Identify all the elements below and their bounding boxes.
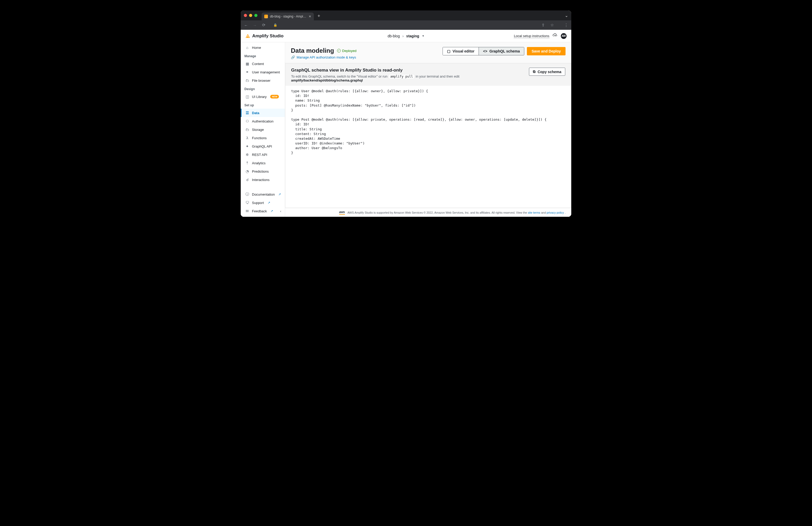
sidebar-item-label: Content bbox=[252, 62, 264, 66]
home-icon: ⌂ bbox=[245, 45, 249, 49]
privacy-policy-link[interactable]: privacy policy bbox=[547, 211, 564, 214]
share-icon[interactable]: ⇪ bbox=[541, 23, 545, 27]
users-icon: ⚭ bbox=[245, 70, 249, 74]
sidebar-item-label: UI Library bbox=[252, 95, 266, 99]
sidebar-item-label: Analytics bbox=[252, 161, 265, 165]
predictions-icon: ◔ bbox=[245, 169, 249, 173]
sidebar-item-content[interactable]: ▦Content bbox=[241, 59, 285, 68]
sidebar-item-data[interactable]: ☰Data bbox=[241, 109, 285, 117]
auth-icon: ⚇ bbox=[245, 119, 249, 123]
sidebar-item-documentation[interactable]: ⓘDocumentation↗ bbox=[241, 190, 285, 199]
component-icon: ◫ bbox=[245, 95, 249, 99]
sidebar-section-setup: Set up bbox=[241, 101, 285, 109]
sidebar-item-user-management[interactable]: ⚭User management bbox=[241, 68, 285, 76]
sidebar-item-predictions[interactable]: ◔Predictions bbox=[241, 167, 285, 175]
sidebar-item-graphql-api[interactable]: ✦GraphQL API bbox=[241, 142, 285, 151]
manage-api-auth-link[interactable]: 🔗 Manage API authorization mode & keys bbox=[291, 55, 357, 59]
sidebar-item-label: REST API bbox=[252, 153, 267, 157]
breadcrumb-app: db-blog bbox=[388, 34, 400, 38]
page-header: Data modeling ✓ Deployed 🔗 Manage API au… bbox=[285, 42, 571, 63]
schema-panel: GraphQL schema view in Amplify Studio is… bbox=[285, 63, 571, 208]
lock-icon[interactable]: 🔒 bbox=[273, 23, 277, 27]
forward-icon[interactable]: → bbox=[253, 23, 257, 27]
sidebar-item-support[interactable]: 🗨Support↗ bbox=[241, 199, 285, 207]
browser-toolbar: ← → ⟳ 🔒 ⇪ ☆ ⋮ bbox=[241, 20, 571, 30]
breadcrumb[interactable]: db-blog › staging ▼ bbox=[388, 34, 424, 38]
footer-copy: . bbox=[565, 211, 566, 214]
copy-icon: ⧉ bbox=[533, 70, 536, 74]
desc-text: To edit this GraphQL schema, switch to t… bbox=[291, 74, 389, 79]
data-icon: ☰ bbox=[245, 111, 249, 115]
graphql-icon: ✦ bbox=[245, 144, 249, 148]
rest-api-icon: ✲ bbox=[245, 153, 249, 157]
browser-tab-bar: db-blog - staging - Amplify St… ✕ + ⌄ bbox=[241, 11, 571, 20]
app-header: Amplify Studio db-blog › staging ▼ Local… bbox=[241, 30, 571, 42]
code-icon: <> bbox=[483, 49, 487, 53]
sidebar-item-functions[interactable]: λFunctions bbox=[241, 134, 285, 142]
sidebar-item-rest-api[interactable]: ✲REST API bbox=[241, 151, 285, 159]
graphql-schema-code[interactable]: type User @model @auth(rules: [{allow: o… bbox=[285, 86, 571, 208]
sidebar-item-home[interactable]: ⌂ Home bbox=[241, 43, 285, 52]
sidebar-item-label: Interactions bbox=[252, 178, 270, 182]
chrome-menu-icon[interactable]: ⌄ bbox=[565, 13, 568, 18]
sidebar-item-label: Functions bbox=[252, 136, 266, 140]
desc-text: in your terminal and then edit bbox=[416, 74, 460, 79]
footer-copy: and bbox=[541, 211, 547, 214]
site-terms-link[interactable]: site terms bbox=[528, 211, 540, 214]
copy-schema-button[interactable]: ⧉ Copy schema bbox=[529, 68, 565, 76]
window-controls bbox=[244, 14, 258, 17]
collapse-sidebar-icon[interactable]: ‹ bbox=[280, 209, 281, 213]
user-avatar[interactable]: AW bbox=[561, 33, 567, 39]
sidebar-item-storage[interactable]: 🗀Storage bbox=[241, 125, 285, 134]
close-tab-icon[interactable]: ✕ bbox=[309, 15, 311, 18]
sidebar-item-ui-library[interactable]: ◫UI LibraryNEW bbox=[241, 93, 285, 101]
layout-icon: ▢ bbox=[447, 49, 450, 53]
sidebar-item-label: Predictions bbox=[252, 170, 269, 173]
external-link-icon: ↗ bbox=[278, 193, 281, 196]
panel-header: GraphQL schema view in Amplify Studio is… bbox=[285, 63, 571, 86]
kebab-menu-icon[interactable]: ⋮ bbox=[564, 23, 568, 27]
sidebar-item-feedback[interactable]: ✉Feedback↗ ‹ bbox=[241, 207, 285, 215]
browser-tab[interactable]: db-blog - staging - Amplify St… ✕ bbox=[262, 13, 314, 20]
amplify-studio-logo[interactable]: Amplify Studio bbox=[245, 33, 284, 39]
save-and-deploy-button[interactable]: Save and Deploy bbox=[527, 47, 566, 55]
sidebar: ⌂ Home Manage ▦Content ⚭User management … bbox=[241, 42, 285, 217]
close-window-icon[interactable] bbox=[244, 14, 247, 17]
new-tab-icon[interactable]: + bbox=[318, 13, 320, 19]
back-icon[interactable]: ← bbox=[244, 23, 248, 27]
external-link-icon: ↗ bbox=[271, 209, 273, 213]
link-label: Manage API authorization mode & keys bbox=[296, 55, 356, 59]
feedback-icon: ✉ bbox=[245, 209, 249, 213]
maximize-window-icon[interactable] bbox=[254, 14, 258, 17]
sidebar-section-manage: Manage bbox=[241, 52, 285, 59]
sidebar-item-label: User management bbox=[252, 70, 280, 74]
page-title: Data modeling bbox=[291, 47, 334, 54]
new-badge: NEW bbox=[270, 95, 279, 98]
sidebar-item-label: Home bbox=[252, 46, 261, 49]
tab-label: GraphQL schema bbox=[490, 49, 520, 53]
reload-icon[interactable]: ⟳ bbox=[262, 23, 266, 27]
app-title: Amplify Studio bbox=[252, 33, 284, 39]
cloud-sync-icon[interactable] bbox=[552, 33, 558, 39]
footer: aws AWS Amplify Studio is supported by A… bbox=[285, 208, 571, 217]
sidebar-item-file-browser[interactable]: 🗀File browser bbox=[241, 76, 285, 85]
sidebar-item-label: GraphQL API bbox=[252, 144, 272, 148]
content-icon: ▦ bbox=[245, 62, 249, 66]
footer-text: AWS Amplify Studio is supported by Amazo… bbox=[348, 211, 566, 214]
sidebar-item-analytics[interactable]: ⇡Analytics bbox=[241, 159, 285, 167]
sidebar-item-authentication[interactable]: ⚇Authentication bbox=[241, 117, 285, 125]
link-icon: 🔗 bbox=[291, 55, 295, 59]
deploy-status-badge: ✓ Deployed bbox=[337, 49, 357, 53]
amplify-favicon-icon bbox=[264, 15, 268, 18]
sidebar-item-label: Authentication bbox=[252, 119, 273, 123]
local-setup-link[interactable]: Local setup instructions bbox=[514, 34, 549, 38]
sidebar-item-interactions[interactable]: ☌Interactions bbox=[241, 175, 285, 184]
tab-visual-editor[interactable]: ▢ Visual editor bbox=[443, 47, 479, 55]
environment-dropdown-icon[interactable]: ▼ bbox=[422, 34, 424, 37]
minimize-window-icon[interactable] bbox=[249, 14, 252, 17]
star-icon[interactable]: ☆ bbox=[550, 23, 554, 27]
tab-graphql-schema[interactable]: <> GraphQL schema bbox=[479, 47, 524, 55]
aws-logo-icon: aws bbox=[339, 210, 345, 215]
analytics-icon: ⇡ bbox=[245, 161, 249, 165]
sidebar-item-label: Feedback bbox=[252, 209, 267, 213]
